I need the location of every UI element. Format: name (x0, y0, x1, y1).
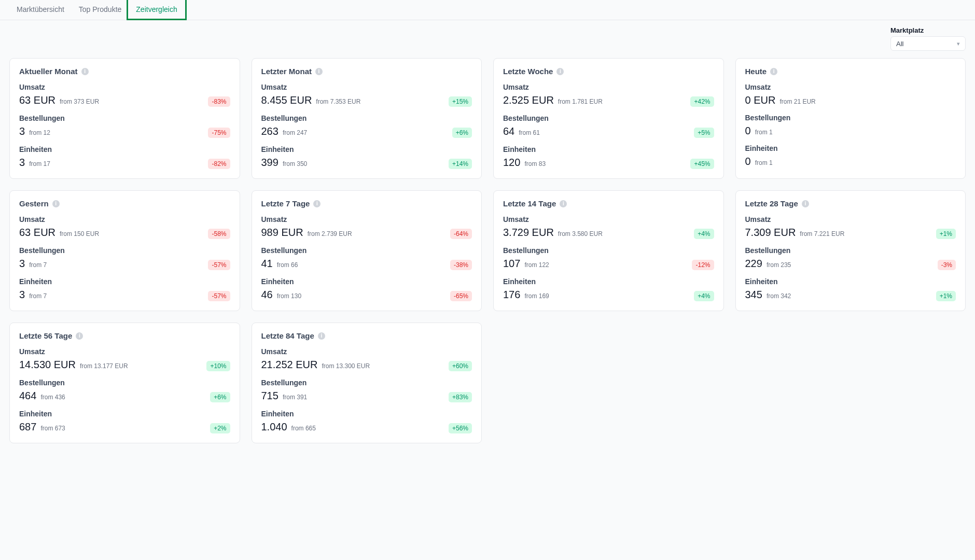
metric-value: 8.455 EUR (261, 94, 312, 106)
metric-einheiten: Einheiten3from 17-82% (19, 145, 230, 169)
card-title: Gestern (19, 199, 49, 208)
metric-umsatz: Umsatz8.455 EURfrom 7.353 EUR+15% (261, 83, 472, 107)
metric-value: 229 (745, 258, 762, 270)
info-icon[interactable]: i (802, 200, 809, 207)
period-card: GesterniUmsatz63 EURfrom 150 EUR-58%Best… (9, 190, 240, 311)
metric-value: 399 (261, 157, 278, 169)
delta-badge: +14% (449, 159, 472, 169)
metric-left: 41from 66 (261, 258, 298, 270)
metric-value: 464 (19, 390, 36, 402)
delta-badge: +56% (449, 423, 472, 433)
metric-value: 0 (745, 156, 751, 167)
metric-value: 63 EUR (19, 94, 55, 106)
period-card: Letzte 84 TageiUmsatz21.252 EURfrom 13.3… (252, 323, 482, 443)
metric-value: 989 EUR (261, 227, 303, 239)
marktplatz-select[interactable]: All ▾ (890, 36, 966, 51)
card-title: Letzte 84 Tage (261, 331, 314, 340)
metric-left: 989 EURfrom 2.739 EUR (261, 227, 352, 239)
metric-left: 46from 130 (261, 289, 302, 301)
period-card: Letzte 28 TageiUmsatz7.309 EURfrom 7.221… (735, 190, 966, 311)
metric-compare: from 350 (283, 160, 307, 167)
metric-left: 3.729 EURfrom 3.580 EUR (503, 227, 603, 239)
metric-compare: from 235 (767, 261, 791, 269)
metric-compare: from 342 (767, 292, 791, 300)
metric-left: 21.252 EURfrom 13.300 EUR (261, 359, 370, 371)
metric-value: 0 EUR (745, 94, 776, 106)
metric-label: Einheiten (261, 145, 472, 153)
metric-bestellungen: Bestellungen715from 391+83% (261, 379, 472, 402)
info-icon[interactable]: i (318, 332, 325, 340)
metric-left: 263from 247 (261, 125, 308, 137)
info-icon[interactable]: i (313, 200, 321, 207)
info-icon[interactable]: i (81, 68, 89, 75)
metric-row: 3from 7-57% (19, 289, 230, 301)
metric-label: Bestellungen (745, 246, 956, 255)
metric-label: Einheiten (503, 145, 714, 153)
metric-label: Umsatz (19, 347, 230, 356)
period-card: Letzter MonatiUmsatz8.455 EURfrom 7.353 … (252, 58, 482, 179)
info-icon[interactable]: i (556, 68, 564, 75)
tab-marktubersicht[interactable]: Marktübersicht (9, 0, 72, 20)
info-icon[interactable]: i (76, 332, 83, 340)
period-card: Letzte 7 TageiUmsatz989 EURfrom 2.739 EU… (252, 190, 482, 311)
metric-label: Einheiten (745, 277, 956, 286)
metric-label: Umsatz (745, 83, 956, 91)
metric-row: 399from 350+14% (261, 157, 472, 169)
metric-compare: from 7 (29, 261, 47, 269)
metric-einheiten: Einheiten3from 7-57% (19, 277, 230, 301)
delta-badge: +5% (694, 128, 714, 138)
metric-value: 46 (261, 289, 273, 301)
info-icon[interactable]: i (560, 200, 567, 207)
metric-einheiten: Einheiten399from 350+14% (261, 145, 472, 169)
metric-row: 107from 122-12% (503, 258, 714, 270)
metric-left: 3from 7 (19, 258, 47, 270)
metric-value: 345 (745, 289, 762, 301)
metric-value: 1.040 (261, 421, 287, 433)
metric-compare: from 1 (755, 129, 773, 136)
delta-badge: +1% (936, 229, 956, 239)
info-icon[interactable]: i (770, 68, 777, 75)
metric-umsatz: Umsatz14.530 EURfrom 13.177 EUR+10% (19, 347, 230, 371)
metric-compare: from 61 (519, 129, 540, 136)
card-title: Aktueller Monat (19, 67, 78, 76)
metric-compare: from 665 (291, 425, 316, 432)
delta-badge: -57% (208, 291, 230, 301)
metric-label: Bestellungen (503, 114, 714, 122)
metric-value: 2.525 EUR (503, 94, 554, 106)
metric-umsatz: Umsatz63 EURfrom 150 EUR-58% (19, 215, 230, 239)
card-title: Letzte 28 Tage (745, 199, 798, 208)
period-card: HeuteiUmsatz0 EURfrom 21 EURBestellungen… (735, 58, 966, 179)
metric-left: 464from 436 (19, 390, 65, 402)
metric-value: 64 (503, 125, 514, 137)
metric-value: 3 (19, 289, 25, 301)
delta-badge: +4% (694, 229, 714, 239)
metric-row: 3.729 EURfrom 3.580 EUR+4% (503, 227, 714, 239)
info-icon[interactable]: i (52, 200, 60, 207)
card-header: Letzte 28 Tagei (745, 199, 956, 208)
metric-value: 21.252 EUR (261, 359, 318, 371)
metric-row: 989 EURfrom 2.739 EUR-64% (261, 227, 472, 239)
metric-compare: from 673 (40, 425, 65, 432)
delta-badge: +2% (210, 423, 230, 433)
metric-label: Bestellungen (745, 114, 956, 122)
info-icon[interactable]: i (315, 68, 323, 75)
metric-row: 3from 7-57% (19, 258, 230, 270)
metric-row: 2.525 EURfrom 1.781 EUR+42% (503, 94, 714, 107)
metric-row: 0from 1 (745, 125, 956, 137)
period-card: Letzte WocheiUmsatz2.525 EURfrom 1.781 E… (493, 58, 724, 179)
metric-compare: from 7.353 EUR (316, 98, 360, 105)
delta-badge: -58% (208, 229, 230, 239)
delta-badge: -75% (208, 128, 230, 138)
delta-badge: +10% (206, 361, 230, 371)
metric-left: 399from 350 (261, 157, 308, 169)
tab-zeitvergleich[interactable]: Zeitvergleich (129, 0, 184, 20)
filter-bar: Marktplatz All ▾ (0, 20, 975, 51)
metric-row: 3from 12-75% (19, 125, 230, 138)
metric-einheiten: Einheiten176from 169+4% (503, 277, 714, 301)
tab-top-produkte[interactable]: Top Produkte (72, 0, 129, 20)
metric-left: 107from 122 (503, 258, 549, 270)
filter-label: Marktplatz (890, 26, 966, 34)
delta-badge: -12% (692, 260, 714, 270)
card-header: Letzte Wochei (503, 67, 714, 76)
metric-left: 229from 235 (745, 258, 791, 270)
